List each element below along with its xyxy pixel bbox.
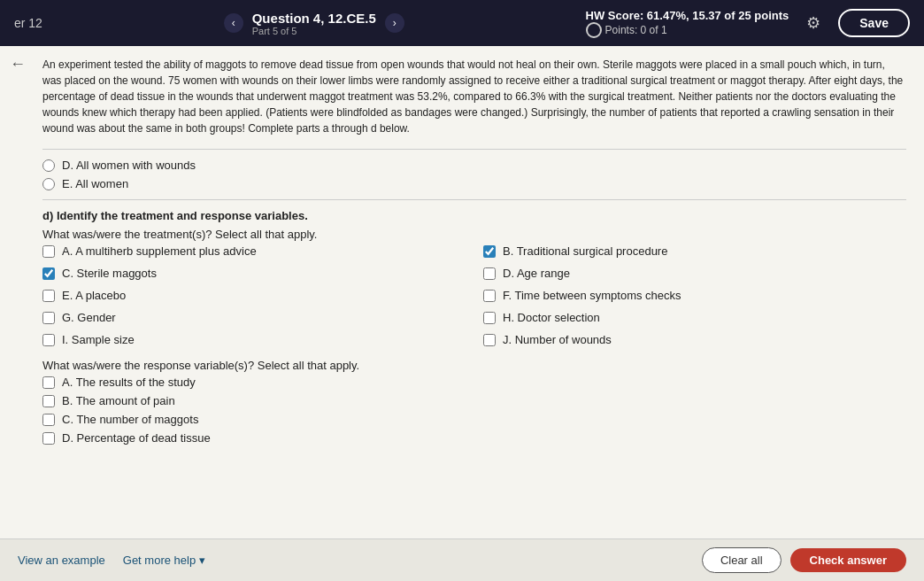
treatment-option-A: A. A multiherb supplement plus advice [42,244,466,258]
section-d-header: d) Identify the treatment and response v… [42,209,906,222]
points-text: Points: 0 of 1 [605,24,667,36]
treatment-label-D: D. Age range [503,267,570,280]
divider-2 [42,199,906,200]
treatment-option-D: D. Age range [483,267,906,280]
hw-score-block: HW Score: 61.47%, 15.37 of 25 points Poi… [586,9,789,38]
radio-E[interactable] [42,178,55,190]
left-icon-bar: ← [0,46,35,538]
view-example-link[interactable]: View an example [18,554,105,567]
hw-score-label: HW Score: 61.47%, 15.37 of 25 points [586,9,789,22]
treatment-label-C: C. Sterile maggots [62,267,157,280]
question-navigation: ‹ Question 4, 12.CE.5 Part 5 of 5 › [224,11,404,36]
treatment-option-C: C. Sterile maggots [42,267,466,280]
treatment-option-H: H. Doctor selection [483,311,906,324]
save-button[interactable]: Save [838,9,910,37]
response-option-C: C. The number of maggots [42,413,906,426]
points-label: Points: 0 of 1 [586,22,789,38]
option-label-E: E. All women [62,177,128,190]
treatment-label-A: A. A multiherb supplement plus advice [62,244,257,258]
back-arrow-icon[interactable]: ← [10,55,26,74]
radio-D[interactable] [42,159,55,172]
treatment-label-B: B. Traditional surgical procedure [503,244,667,258]
response-option-D: D. Percentage of dead tissue [42,431,906,445]
passage-text: An experiment tested the ability of magg… [42,57,906,136]
divider-1 [42,149,906,150]
main-content: ← An experiment tested the ability of ma… [0,46,924,538]
checkbox-rA[interactable] [42,376,55,389]
treatment-question: What was/were the treatment(s)? Select a… [42,228,906,241]
option-row-E: E. All women [42,177,906,190]
content-area: An experiment tested the ability of magg… [35,46,924,538]
question-nav-center: ‹ Question 4, 12.CE.5 Part 5 of 5 › [224,11,404,36]
response-option-B: B. The amount of pain [42,394,906,407]
top-bar-right: HW Score: 61.47%, 15.37 of 25 points Poi… [586,9,910,38]
treatment-label-G: G. Gender [62,311,116,324]
checkbox-tB[interactable] [483,245,496,258]
checkbox-rC[interactable] [42,414,55,426]
checkbox-tE[interactable] [42,290,55,302]
bottom-bar-left: View an example Get more help ▾ [18,554,205,567]
prev-question-button[interactable]: ‹ [224,13,243,33]
treatment-label-E: E. A placebo [62,289,126,302]
treatment-option-I: I. Sample size [42,333,466,346]
checkbox-tC[interactable] [42,267,55,280]
question-title-block: Question 4, 12.CE.5 Part 5 of 5 [252,11,376,36]
response-options-section: A. The results of the study B. The amoun… [42,376,906,445]
radio-options-section: D. All women with wounds E. All women [42,159,906,190]
treatment-label-F: F. Time between symptoms checks [503,289,681,302]
treatment-option-F: F. Time between symptoms checks [483,289,906,302]
treatment-label-I: I. Sample size [62,333,135,346]
option-row-D: D. All women with wounds [42,159,906,172]
response-option-A: A. The results of the study [42,376,906,389]
bottom-bar: View an example Get more help ▾ Clear al… [0,538,924,581]
checkbox-tI[interactable] [42,334,55,346]
question-subtitle: Part 5 of 5 [252,26,376,36]
checkbox-tA[interactable] [42,245,55,258]
clear-all-button[interactable]: Clear all [702,547,782,573]
treatment-option-J: J. Number of wounds [483,333,906,346]
check-answer-button[interactable]: Check answer [790,548,906,572]
bottom-bar-right: Clear all Check answer [702,547,906,573]
get-more-help-link[interactable]: Get more help ▾ [123,554,205,567]
response-label-C: C. The number of maggots [62,413,198,426]
response-label-D: D. Percentage of dead tissue [62,431,211,445]
treatment-option-E: E. A placebo [42,289,466,302]
points-circle-icon [586,22,602,38]
treatment-label-H: H. Doctor selection [503,311,600,324]
checkbox-tF[interactable] [483,290,496,302]
checkbox-tG[interactable] [42,312,55,324]
option-label-D: D. All women with wounds [62,159,196,172]
checkbox-rD[interactable] [42,432,55,445]
checkbox-tD[interactable] [483,267,496,280]
response-label-B: B. The amount of pain [62,394,175,407]
treatment-options-grid: A. A multiherb supplement plus advice B.… [42,244,906,352]
treatment-option-B: B. Traditional surgical procedure [483,244,906,258]
checkbox-tJ[interactable] [483,334,496,346]
response-label-A: A. The results of the study [62,376,196,389]
checkbox-rB[interactable] [42,395,55,407]
checkbox-tH[interactable] [483,312,496,324]
question-number: er 12 [14,16,42,30]
settings-icon[interactable]: ⚙ [801,11,826,35]
question-number-label: er 12 [14,16,42,30]
response-question: What was/were the response variable(s)? … [42,359,906,372]
treatment-label-J: J. Number of wounds [503,333,612,346]
treatment-option-G: G. Gender [42,311,466,324]
top-bar: er 12 ‹ Question 4, 12.CE.5 Part 5 of 5 … [0,0,924,46]
question-title: Question 4, 12.CE.5 [252,11,376,26]
next-question-button[interactable]: › [385,13,404,33]
